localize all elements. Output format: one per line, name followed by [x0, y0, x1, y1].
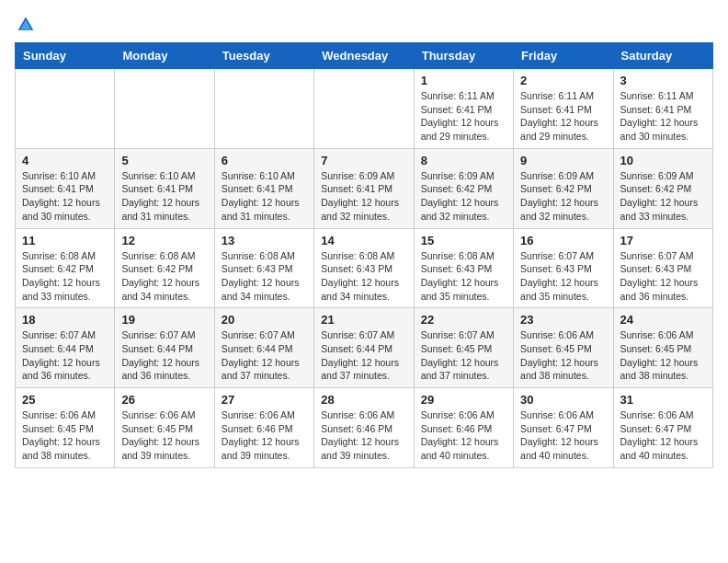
- week-row-3: 11Sunrise: 6:08 AM Sunset: 6:42 PM Dayli…: [16, 228, 713, 308]
- calendar-cell: 3Sunrise: 6:11 AM Sunset: 6:41 PM Daylig…: [613, 69, 712, 149]
- calendar-cell: 28Sunrise: 6:06 AM Sunset: 6:46 PM Dayli…: [314, 388, 414, 468]
- day-number: 19: [121, 313, 207, 327]
- calendar-cell: 4Sunrise: 6:10 AM Sunset: 6:41 PM Daylig…: [16, 148, 115, 228]
- weekday-header-row: SundayMondayTuesdayWednesdayThursdayFrid…: [16, 43, 713, 69]
- cell-info: Sunrise: 6:07 AM Sunset: 6:44 PM Dayligh…: [222, 328, 307, 383]
- cell-info: Sunrise: 6:07 AM Sunset: 6:43 PM Dayligh…: [620, 249, 706, 304]
- cell-info: Sunrise: 6:08 AM Sunset: 6:42 PM Dayligh…: [121, 249, 207, 304]
- cell-info: Sunrise: 6:07 AM Sunset: 6:45 PM Dayligh…: [421, 328, 506, 383]
- calendar-cell: 5Sunrise: 6:10 AM Sunset: 6:41 PM Daylig…: [115, 148, 214, 228]
- weekday-header-wednesday: Wednesday: [314, 43, 414, 69]
- cell-info: Sunrise: 6:08 AM Sunset: 6:42 PM Dayligh…: [22, 249, 108, 304]
- day-number: 11: [22, 234, 108, 247]
- cell-info: Sunrise: 6:07 AM Sunset: 6:44 PM Dayligh…: [22, 328, 108, 383]
- day-number: 1: [421, 74, 506, 87]
- day-number: 17: [620, 234, 706, 247]
- week-row-4: 18Sunrise: 6:07 AM Sunset: 6:44 PM Dayli…: [16, 308, 713, 388]
- day-number: 24: [620, 313, 706, 327]
- calendar-cell: 13Sunrise: 6:08 AM Sunset: 6:43 PM Dayli…: [214, 228, 313, 308]
- calendar-cell: 22Sunrise: 6:07 AM Sunset: 6:45 PM Dayli…: [414, 308, 513, 388]
- day-number: 29: [421, 393, 506, 407]
- calendar-cell: 9Sunrise: 6:09 AM Sunset: 6:42 PM Daylig…: [514, 148, 613, 228]
- cell-info: Sunrise: 6:09 AM Sunset: 6:42 PM Dayligh…: [520, 169, 606, 224]
- week-row-5: 25Sunrise: 6:06 AM Sunset: 6:45 PM Dayli…: [16, 388, 713, 468]
- logo: [15, 15, 35, 33]
- cell-info: Sunrise: 6:06 AM Sunset: 6:47 PM Dayligh…: [520, 408, 606, 463]
- calendar-cell: 2Sunrise: 6:11 AM Sunset: 6:41 PM Daylig…: [514, 69, 613, 149]
- day-number: 6: [222, 154, 307, 167]
- weekday-header-tuesday: Tuesday: [214, 43, 313, 69]
- day-number: 27: [222, 393, 307, 407]
- calendar-cell: 16Sunrise: 6:07 AM Sunset: 6:43 PM Dayli…: [514, 228, 613, 308]
- calendar-cell: 29Sunrise: 6:06 AM Sunset: 6:46 PM Dayli…: [414, 388, 513, 468]
- day-number: 22: [421, 313, 506, 327]
- day-number: 8: [421, 154, 506, 167]
- cell-info: Sunrise: 6:06 AM Sunset: 6:45 PM Dayligh…: [620, 328, 706, 383]
- weekday-header-thursday: Thursday: [414, 43, 513, 69]
- day-number: 18: [22, 313, 108, 327]
- cell-info: Sunrise: 6:10 AM Sunset: 6:41 PM Dayligh…: [222, 169, 307, 224]
- cell-info: Sunrise: 6:06 AM Sunset: 6:46 PM Dayligh…: [321, 408, 406, 463]
- weekday-header-sunday: Sunday: [16, 43, 115, 69]
- day-number: 7: [321, 154, 406, 167]
- day-number: 20: [222, 313, 307, 327]
- day-number: 26: [121, 393, 207, 407]
- day-number: 21: [321, 313, 406, 327]
- cell-info: Sunrise: 6:09 AM Sunset: 6:42 PM Dayligh…: [620, 169, 706, 224]
- calendar-cell: [16, 69, 115, 149]
- cell-info: Sunrise: 6:11 AM Sunset: 6:41 PM Dayligh…: [520, 89, 606, 144]
- day-number: 10: [620, 154, 706, 167]
- cell-info: Sunrise: 6:11 AM Sunset: 6:41 PM Dayligh…: [421, 89, 506, 144]
- calendar-cell: 31Sunrise: 6:06 AM Sunset: 6:47 PM Dayli…: [613, 388, 712, 468]
- calendar-cell: 14Sunrise: 6:08 AM Sunset: 6:43 PM Dayli…: [314, 228, 414, 308]
- weekday-header-friday: Friday: [514, 43, 613, 69]
- cell-info: Sunrise: 6:10 AM Sunset: 6:41 PM Dayligh…: [121, 169, 207, 224]
- calendar-cell: 19Sunrise: 6:07 AM Sunset: 6:44 PM Dayli…: [115, 308, 214, 388]
- day-number: 30: [520, 393, 606, 407]
- cell-info: Sunrise: 6:06 AM Sunset: 6:46 PM Dayligh…: [222, 408, 307, 463]
- day-number: 4: [22, 154, 108, 167]
- calendar-cell: 15Sunrise: 6:08 AM Sunset: 6:43 PM Dayli…: [414, 228, 513, 308]
- calendar-cell: 11Sunrise: 6:08 AM Sunset: 6:42 PM Dayli…: [16, 228, 115, 308]
- day-number: 14: [321, 234, 406, 247]
- calendar-cell: 7Sunrise: 6:09 AM Sunset: 6:41 PM Daylig…: [314, 148, 414, 228]
- cell-info: Sunrise: 6:08 AM Sunset: 6:43 PM Dayligh…: [222, 249, 307, 304]
- cell-info: Sunrise: 6:06 AM Sunset: 6:46 PM Dayligh…: [421, 408, 506, 463]
- calendar-cell: 30Sunrise: 6:06 AM Sunset: 6:47 PM Dayli…: [514, 388, 613, 468]
- calendar-cell: [214, 69, 313, 149]
- calendar-cell: 1Sunrise: 6:11 AM Sunset: 6:41 PM Daylig…: [414, 69, 513, 149]
- cell-info: Sunrise: 6:06 AM Sunset: 6:45 PM Dayligh…: [520, 328, 606, 383]
- day-number: 25: [22, 393, 108, 407]
- day-number: 5: [121, 154, 207, 167]
- calendar-cell: [314, 69, 414, 149]
- calendar-cell: 25Sunrise: 6:06 AM Sunset: 6:45 PM Dayli…: [16, 388, 115, 468]
- cell-info: Sunrise: 6:08 AM Sunset: 6:43 PM Dayligh…: [321, 249, 406, 304]
- calendar-cell: 12Sunrise: 6:08 AM Sunset: 6:42 PM Dayli…: [115, 228, 214, 308]
- cell-info: Sunrise: 6:07 AM Sunset: 6:44 PM Dayligh…: [121, 328, 207, 383]
- calendar-cell: 8Sunrise: 6:09 AM Sunset: 6:42 PM Daylig…: [414, 148, 513, 228]
- cell-info: Sunrise: 6:06 AM Sunset: 6:45 PM Dayligh…: [121, 408, 207, 463]
- calendar-cell: 10Sunrise: 6:09 AM Sunset: 6:42 PM Dayli…: [613, 148, 712, 228]
- logo-icon: [17, 15, 35, 33]
- weekday-header-saturday: Saturday: [613, 43, 712, 69]
- calendar-cell: 24Sunrise: 6:06 AM Sunset: 6:45 PM Dayli…: [613, 308, 712, 388]
- day-number: 15: [421, 234, 506, 247]
- cell-info: Sunrise: 6:09 AM Sunset: 6:41 PM Dayligh…: [321, 169, 406, 224]
- calendar-cell: 27Sunrise: 6:06 AM Sunset: 6:46 PM Dayli…: [214, 388, 313, 468]
- day-number: 13: [222, 234, 307, 247]
- calendar-cell: [115, 69, 214, 149]
- calendar-table: SundayMondayTuesdayWednesdayThursdayFrid…: [15, 42, 713, 468]
- cell-info: Sunrise: 6:06 AM Sunset: 6:47 PM Dayligh…: [620, 408, 706, 463]
- cell-info: Sunrise: 6:11 AM Sunset: 6:41 PM Dayligh…: [620, 89, 706, 144]
- calendar-cell: 17Sunrise: 6:07 AM Sunset: 6:43 PM Dayli…: [613, 228, 712, 308]
- week-row-1: 1Sunrise: 6:11 AM Sunset: 6:41 PM Daylig…: [16, 69, 713, 149]
- cell-info: Sunrise: 6:09 AM Sunset: 6:42 PM Dayligh…: [421, 169, 506, 224]
- calendar-cell: 21Sunrise: 6:07 AM Sunset: 6:44 PM Dayli…: [314, 308, 414, 388]
- day-number: 9: [520, 154, 606, 167]
- day-number: 16: [520, 234, 606, 247]
- weekday-header-monday: Monday: [115, 43, 214, 69]
- day-number: 31: [620, 393, 706, 407]
- page-header: [15, 15, 713, 33]
- calendar-cell: 26Sunrise: 6:06 AM Sunset: 6:45 PM Dayli…: [115, 388, 214, 468]
- day-number: 12: [121, 234, 207, 247]
